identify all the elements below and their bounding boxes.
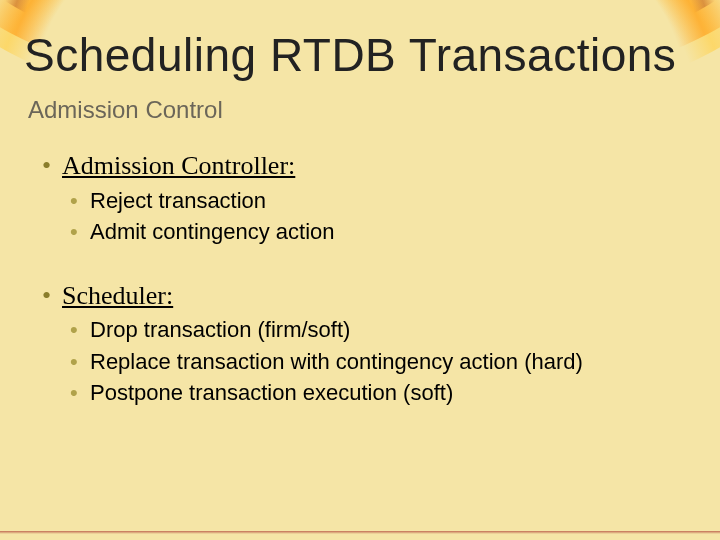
bullet-item: Replace transaction with contingency act… — [66, 348, 690, 376]
bullet-item: Admit contingency action — [66, 218, 690, 246]
spacer — [38, 250, 690, 280]
slide: Scheduling RTDB Transactions Admission C… — [0, 0, 720, 540]
decorative-bottom-line — [0, 531, 720, 534]
slide-content: Admission Controller: Reject transaction… — [38, 150, 690, 411]
bullet-item: Drop transaction (firm/soft) — [66, 316, 690, 344]
slide-subtitle: Admission Control — [28, 96, 223, 124]
section-heading: Scheduler: — [38, 280, 690, 313]
bullet-item: Reject transaction — [66, 187, 690, 215]
section-heading: Admission Controller: — [38, 150, 690, 183]
bullet-item: Postpone transaction execution (soft) — [66, 379, 690, 407]
slide-title: Scheduling RTDB Transactions — [24, 28, 676, 82]
